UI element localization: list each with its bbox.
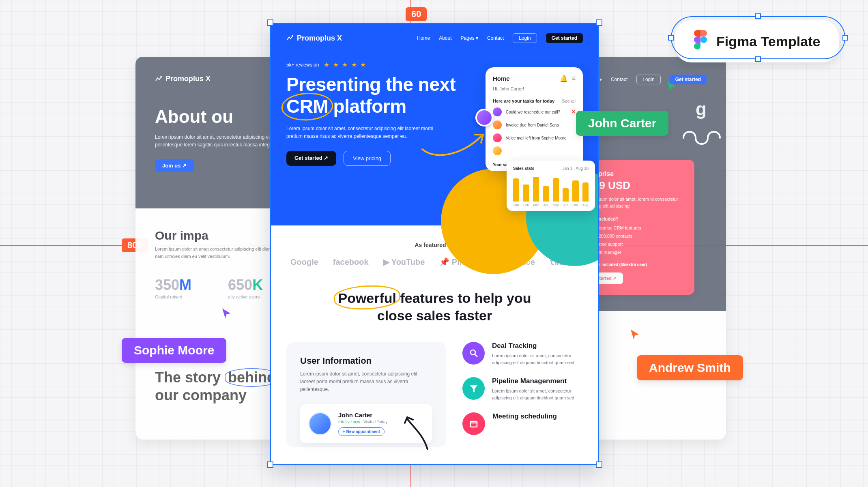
user-info-desc: Lorem ipsum dolor sit amet, consectetur … [300,370,432,394]
bar-chart-xaxis: JanFebMarAprMayJunJulAug [513,203,589,207]
resize-handle-r[interactable] [842,35,848,41]
collaborator-badge-sophie: Sophie Moore [122,338,226,363]
stat-capital-raised: 350M Capital raised [155,277,191,299]
avatar [493,133,502,142]
resize-handle-tl[interactable] [267,19,273,26]
phone-greeting: Hi, John Carter! [493,86,576,91]
stats-range: Jan 1 - Aug 30 [563,166,589,171]
decor-arrow [403,415,436,451]
collaborator-badge-andrew: Andrew Smith [637,355,743,380]
see-all-link[interactable]: See all [562,99,576,103]
resize-handle-t[interactable] [755,13,761,19]
logo-google: Google [290,257,318,267]
user-name: John Carter [338,412,387,418]
resize-handle-tr[interactable] [596,19,602,26]
avatar [308,412,332,436]
stats-title: Sales stats [513,166,534,171]
logo-facebook: facebook [333,257,369,267]
nav-pages[interactable]: Pages ▾ [461,35,478,41]
nav-about[interactable]: About [439,35,451,41]
close-icon[interactable]: ✕ [572,109,576,115]
task-row[interactable]: Invoice due from Daniel Sans [493,120,576,129]
search-icon [462,342,485,365]
resize-handle-br[interactable] [596,461,602,468]
join-us-button[interactable]: Join us ↗ [155,159,194,172]
collaborator-cursor-andrew [629,328,641,341]
funnel-icon [462,377,485,400]
decor-scribble [295,463,316,465]
nav-contact[interactable]: Contact [611,77,627,82]
svg-rect-1 [471,421,477,427]
feature-meeting: Meeting scheduling [462,412,583,435]
brand-name: Promoplus X [297,34,342,43]
dimension-chip-top: 60 [406,7,427,21]
calendar-icon [462,412,485,435]
avatar [493,120,502,129]
feature-pipeline: Pipeline Managenment Lorem ipsum dolor s… [462,377,583,401]
stat-active-users: 650K ally active users [228,277,263,299]
feature-deal-tracking: Deal Tracking Lorem ipsum dolor sit amet… [462,342,583,366]
user-info-card: User Information Lorem ipsum dolor sit a… [286,342,446,447]
menu-icon[interactable]: ≡ [572,75,576,82]
figma-icon [694,30,707,53]
frame-home-page[interactable]: Promoplus X Home About Pages ▾ Contact L… [270,23,599,465]
nav-home[interactable]: Home [417,35,430,41]
brand-logo: Promoplus X [155,75,211,83]
features-heading: Powerful features to help you close sale… [329,290,540,324]
bar-chart [513,175,589,202]
svg-point-0 [471,350,475,355]
brand-name: Promoplus X [165,75,211,83]
floating-avatar [475,109,493,127]
collaborator-badge-john: John Carter [576,111,668,136]
new-appointment-button[interactable]: + New appointment [338,427,385,436]
collaborator-cursor-sophie [220,307,232,320]
bell-icon[interactable]: 🔔 [560,75,568,82]
figma-pill-label: Figma Template [716,34,820,49]
collaborator-cursor-john [665,80,677,92]
phone-mockup: Home 🔔 ≡ Hi, John Carter! Here are your … [486,67,583,171]
phone-home-label: Home [493,75,510,82]
svg-point-2 [700,36,707,43]
get-started-button[interactable]: Get started [546,33,583,43]
login-button[interactable]: Login [513,33,537,43]
hero-heading: Presenting the next CRM platform [286,73,481,118]
task-row[interactable] [493,146,576,155]
task-row[interactable]: Voice mail left from Sophie Moore [493,133,576,142]
tasks-heading: Here are your tasks for today [493,99,554,103]
star-icon: ★ ★ ★ ★ ★ [324,61,367,69]
resize-handle-l[interactable] [668,35,674,41]
resize-handle-bl[interactable] [267,461,273,468]
decor-squiggle [681,122,726,154]
resize-handle-b[interactable] [755,56,761,62]
get-started-button[interactable]: Get started ↗ [286,151,336,166]
logo-youtube: YouTube [383,257,425,267]
hero-desc: Lorem ipsum dolor sit amet, consectetur … [286,125,449,140]
login-button[interactable]: Login [636,75,660,84]
user-info-heading: User Information [300,356,432,366]
sales-stats-card: Sales stats Jan 1 - Aug 30 JanFebMarAprM… [507,161,595,211]
avatar [493,107,502,116]
avatar [493,146,502,155]
reviews-label: 5k+ reviews on [286,62,319,68]
view-pricing-button[interactable]: View pricing [344,151,391,166]
task-row[interactable]: Could we reschedule our call? ✕ [493,107,576,116]
nav-contact[interactable]: Contact [487,35,504,41]
brand-logo: Promoplus X [286,34,342,43]
